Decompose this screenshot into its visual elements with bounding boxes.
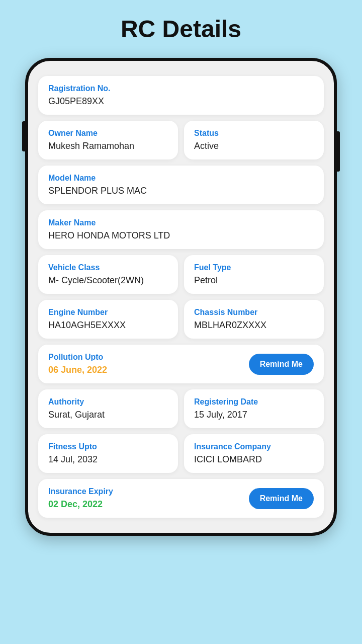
vehicle-fuel-row: Vehicle Class M- Cycle/Scooter(2WN) Fuel… [38, 255, 324, 294]
fitness-upto-label: Fitness Upto [48, 442, 168, 451]
insurance-expiry-row: Insurance Expiry 02 Dec, 2022 Remind Me [48, 487, 314, 510]
authority-value: Surat, Gujarat [48, 410, 168, 420]
pollution-label: Pollution Upto [48, 353, 249, 362]
pollution-row: Pollution Upto 06 June, 2022 Remind Me [48, 353, 314, 375]
pollution-value: 06 June, 2022 [48, 365, 249, 375]
registration-value: GJ05PE89XX [48, 96, 314, 107]
insurance-company-value: ICICI LOMBARD [194, 454, 314, 465]
insurance-expiry-value: 02 Dec, 2022 [48, 499, 249, 510]
registering-date-value: 15 July, 2017 [194, 410, 314, 420]
cards-container: Ragistration No. GJ05PE89XX Owner Name M… [38, 76, 324, 518]
engine-number-card: Engine Number HA10AGH5EXXXX [38, 300, 178, 339]
page-title: RC Details [121, 15, 241, 43]
owner-status-row: Owner Name Mukesh Ramamohan Status Activ… [38, 121, 324, 159]
model-value: SPLENDOR PLUS MAC [48, 186, 314, 196]
pollution-remind-button[interactable]: Remind Me [249, 354, 314, 375]
model-label: Model Name [48, 174, 314, 183]
phone-frame: Ragistration No. GJ05PE89XX Owner Name M… [25, 58, 337, 536]
vehicle-class-card: Vehicle Class M- Cycle/Scooter(2WN) [38, 255, 178, 294]
registration-card: Ragistration No. GJ05PE89XX [38, 76, 324, 115]
chassis-number-label: Chassis Number [194, 308, 314, 317]
fitness-upto-card: Fitness Upto 14 Jul, 2032 [38, 434, 178, 473]
engine-number-label: Engine Number [48, 308, 168, 317]
authority-label: Authority [48, 397, 168, 407]
pollution-card: Pollution Upto 06 June, 2022 Remind Me [38, 345, 324, 383]
authority-date-row: Authority Surat, Gujarat Registering Dat… [38, 389, 324, 428]
insurance-company-card: Insurance Company ICICI LOMBARD [184, 434, 324, 473]
model-card: Model Name SPLENDOR PLUS MAC [38, 166, 324, 204]
maker-value: HERO HONDA MOTORS LTD [48, 230, 314, 241]
owner-label: Owner Name [48, 129, 168, 138]
pollution-content: Pollution Upto 06 June, 2022 [48, 353, 249, 375]
insurance-expiry-content: Insurance Expiry 02 Dec, 2022 [48, 487, 249, 510]
insurance-expiry-card: Insurance Expiry 02 Dec, 2022 Remind Me [38, 479, 324, 518]
vehicle-class-label: Vehicle Class [48, 263, 168, 272]
authority-card: Authority Surat, Gujarat [38, 389, 178, 428]
registration-label: Ragistration No. [48, 84, 314, 93]
insurance-remind-button[interactable]: Remind Me [249, 488, 314, 509]
status-card: Status Active [184, 121, 324, 159]
owner-card: Owner Name Mukesh Ramamohan [38, 121, 178, 159]
status-value: Active [194, 141, 314, 151]
maker-label: Maker Name [48, 218, 314, 227]
registering-date-card: Registering Date 15 July, 2017 [184, 389, 324, 428]
engine-chassis-row: Engine Number HA10AGH5EXXXX Chassis Numb… [38, 300, 324, 339]
chassis-number-card: Chassis Number MBLHAR0ZXXXX [184, 300, 324, 339]
registering-date-label: Registering Date [194, 397, 314, 407]
fuel-type-value: Petrol [194, 275, 314, 286]
fitness-upto-value: 14 Jul, 2032 [48, 454, 168, 465]
chassis-number-value: MBLHAR0ZXXXX [194, 320, 314, 331]
status-label: Status [194, 129, 314, 138]
insurance-expiry-label: Insurance Expiry [48, 487, 249, 496]
insurance-company-label: Insurance Company [194, 442, 314, 451]
engine-number-value: HA10AGH5EXXXX [48, 320, 168, 331]
fuel-type-card: Fuel Type Petrol [184, 255, 324, 294]
fuel-type-label: Fuel Type [194, 263, 314, 272]
maker-card: Maker Name HERO HONDA MOTORS LTD [38, 210, 324, 249]
owner-value: Mukesh Ramamohan [48, 141, 168, 151]
fitness-insurance-row: Fitness Upto 14 Jul, 2032 Insurance Comp… [38, 434, 324, 473]
vehicle-class-value: M- Cycle/Scooter(2WN) [48, 275, 168, 286]
